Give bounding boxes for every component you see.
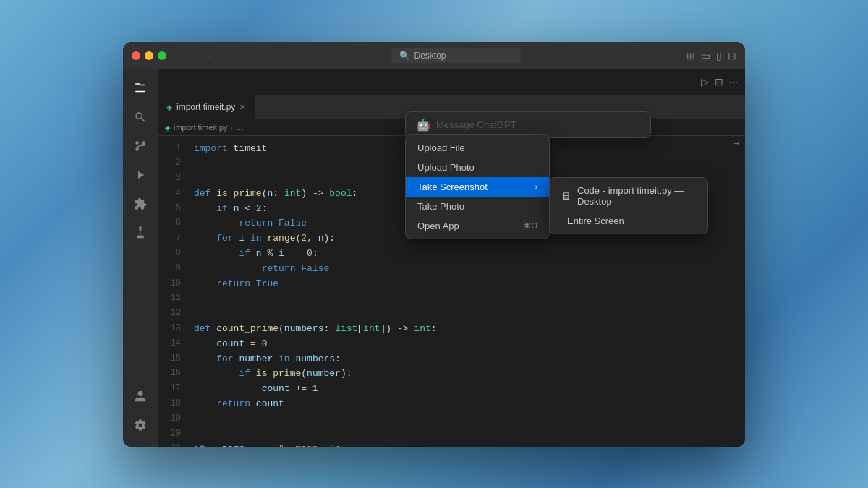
- tab-label: import timeit.py: [176, 102, 235, 112]
- upload-photo-label: Upload Photo: [417, 162, 475, 173]
- submenu-screenshot: 🖥 Code - import timeit.py — Desktop Enti…: [549, 177, 708, 234]
- menu-item-upload-file[interactable]: Upload File: [406, 138, 549, 158]
- traffic-lights: [132, 51, 166, 60]
- code-line-19: [194, 412, 726, 427]
- code-line-10: return True: [194, 277, 726, 292]
- context-menu: Upload File Upload Photo Take Screenshot…: [405, 134, 550, 239]
- open-app-shortcut: ⌘O: [523, 221, 537, 231]
- back-button[interactable]: ←: [178, 48, 194, 63]
- code-line-13: def count_prime(numbers: list[int]) -> i…: [194, 322, 726, 337]
- more-icon[interactable]: ···: [729, 76, 738, 87]
- title-actions: ⊞ ▭ ▯ ⊟: [686, 50, 736, 61]
- breadcrumb-separator: ›: [231, 123, 234, 132]
- activity-source-control[interactable]: [127, 133, 153, 159]
- line-numbers: 12345 678910 1112131415 1617181920 21222…: [158, 136, 188, 447]
- search-icon: 🔍: [399, 51, 410, 61]
- submenu-item-code-window[interactable]: 🖥 Code - import timeit.py — Desktop: [550, 181, 707, 211]
- code-line-9: return False: [194, 262, 726, 277]
- toggle-panel-icon[interactable]: ▭: [701, 50, 710, 61]
- chat-placeholder: Message ChatGPT: [436, 119, 516, 130]
- code-line-15: for number in numbers:: [194, 352, 726, 367]
- submenu-item-entire-screen[interactable]: Entire Screen: [550, 211, 707, 231]
- menu-item-take-screenshot[interactable]: Take Screenshot ›: [406, 177, 549, 197]
- right-bar: T: [726, 136, 745, 447]
- code-line-11: [194, 291, 726, 307]
- activity-bar: [123, 69, 158, 447]
- run-icon[interactable]: ▷: [701, 76, 709, 87]
- search-text: Desktop: [414, 51, 446, 61]
- editor-toolbar: ▷ ⊟ ···: [158, 69, 745, 95]
- submenu-code-window-label: Code - import timeit.py — Desktop: [577, 185, 696, 207]
- menu-item-take-photo[interactable]: Take Photo: [406, 197, 549, 216]
- title-search: 🔍 Desktop: [224, 48, 686, 63]
- forward-button[interactable]: →: [200, 48, 216, 63]
- activity-settings[interactable]: [127, 412, 153, 438]
- code-line-18: return count: [194, 397, 726, 412]
- breadcrumb-file-icon: ◈: [165, 124, 171, 132]
- take-photo-label: Take Photo: [417, 201, 464, 212]
- code-line-21: if __name__ == "__main__":: [194, 442, 726, 446]
- close-button[interactable]: [132, 51, 140, 60]
- submenu-chevron-icon: ›: [535, 183, 537, 191]
- activity-explorer[interactable]: [127, 75, 153, 101]
- submenu-entire-screen-label: Entire Screen: [567, 215, 624, 226]
- activity-run[interactable]: [127, 162, 153, 188]
- layout-icon[interactable]: ⊟: [728, 50, 736, 61]
- minimap-label: T: [731, 142, 741, 145]
- split-view-icon[interactable]: ⊟: [715, 76, 723, 87]
- open-app-label: Open App: [417, 221, 459, 231]
- toggle-sidebar-icon[interactable]: ▯: [716, 50, 722, 61]
- vscode-window: ← → 🔍 Desktop ⊞ ▭ ▯ ⊟: [123, 42, 745, 447]
- code-line-17: count += 1: [194, 382, 726, 397]
- chat-overlay: 🤖 Message ChatGPT: [405, 111, 651, 138]
- menu-item-open-app[interactable]: Open App ⌘O: [406, 216, 549, 236]
- menu-item-take-screenshot-container: Take Screenshot › 🖥 Code - import timeit…: [406, 177, 549, 197]
- code-line-12: [194, 307, 726, 322]
- code-line-8: if n % i == 0:: [194, 247, 726, 262]
- tab-close-button[interactable]: ×: [239, 102, 245, 112]
- code-line-16: if is_prime(number):: [194, 367, 726, 382]
- code-line-14: count = 0: [194, 337, 726, 352]
- file-icon: ◈: [166, 103, 172, 112]
- activity-account[interactable]: [127, 383, 153, 409]
- minimize-button[interactable]: [145, 51, 153, 60]
- activity-bar-bottom: [127, 383, 153, 441]
- title-bar: ← → 🔍 Desktop ⊞ ▭ ▯ ⊟: [123, 42, 745, 69]
- chat-input-bar[interactable]: 🤖 Message ChatGPT: [405, 111, 651, 138]
- activity-search[interactable]: [127, 104, 153, 130]
- title-nav: ← →: [178, 48, 216, 63]
- menu-item-upload-photo[interactable]: Upload Photo: [406, 158, 549, 177]
- maximize-button[interactable]: [158, 51, 166, 60]
- activity-extensions[interactable]: [127, 191, 153, 217]
- search-bar[interactable]: 🔍 Desktop: [391, 48, 521, 63]
- split-editor-icon[interactable]: ⊞: [686, 50, 695, 61]
- code-line-20: [194, 427, 726, 442]
- chatgpt-icon: 🤖: [416, 118, 430, 132]
- activity-test[interactable]: [127, 220, 153, 246]
- breadcrumb-file: import timeit.py: [174, 123, 228, 132]
- upload-file-label: Upload File: [417, 142, 465, 153]
- take-screenshot-label: Take Screenshot: [417, 181, 488, 192]
- breadcrumb-scope: …: [236, 123, 244, 132]
- tab-import-timeit[interactable]: ◈ import timeit.py ×: [158, 95, 255, 119]
- monitor-icon: 🖥: [561, 190, 571, 202]
